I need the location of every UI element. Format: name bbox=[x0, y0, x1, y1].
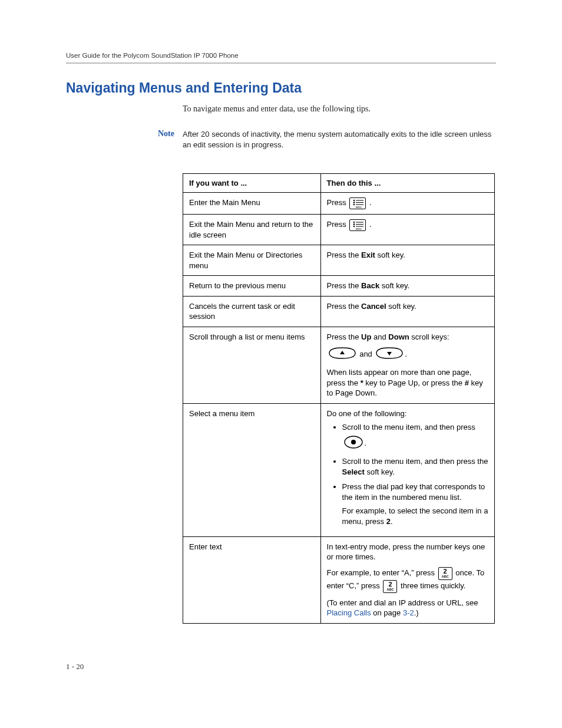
cell-left: Return to the previous menu bbox=[183, 276, 321, 297]
digit-2-key-icon: 2ABC bbox=[438, 567, 452, 580]
cell-right: Press the Back soft key. bbox=[320, 276, 494, 297]
cell-left: Exit the Main Menu and return to the idl… bbox=[183, 215, 321, 245]
up-scroll-key-icon bbox=[328, 347, 356, 363]
cell-right: Press the Up and Down scroll keys: and bbox=[320, 327, 494, 403]
bold-text: Cancel bbox=[361, 302, 386, 311]
digit-2-key-icon: 2ABC bbox=[383, 580, 397, 593]
table-row: Enter text In text-entry mode, press the… bbox=[183, 536, 495, 623]
menu-key-icon: MENU bbox=[349, 219, 366, 231]
text: soft key. bbox=[375, 251, 405, 259]
note-label: Note bbox=[139, 129, 183, 139]
text: key to Page Up, or press the bbox=[363, 378, 465, 387]
bold-text: Exit bbox=[361, 251, 375, 259]
page-ref-link[interactable]: 3-2 bbox=[403, 608, 414, 617]
text: Scroll to the menu item, and then press … bbox=[342, 457, 488, 466]
placing-calls-link[interactable]: Placing Calls bbox=[327, 608, 371, 617]
text: Do one of the following: bbox=[327, 409, 488, 419]
table-row: Cancels the current task or edit session… bbox=[183, 296, 495, 327]
press-label: Press bbox=[327, 199, 346, 207]
text: (To enter and dial an IP address or URL,… bbox=[327, 598, 478, 607]
cell-left: Enter the Main Menu bbox=[183, 193, 321, 215]
bold-text: Down bbox=[388, 332, 409, 341]
text: on page bbox=[371, 608, 403, 617]
table-row: Exit the Main Menu and return to the idl… bbox=[183, 215, 495, 245]
navigation-table: If you want to ... Then do this ... Ente… bbox=[183, 173, 495, 624]
page-number: 1 - 20 bbox=[66, 662, 84, 671]
cell-right: Press MENU . bbox=[320, 193, 494, 215]
text: scroll keys: bbox=[409, 332, 449, 341]
text: For example, to select the second item i… bbox=[342, 506, 488, 526]
svg-marker-15 bbox=[387, 352, 392, 355]
table-row: Enter the Main Menu Press MENU . bbox=[183, 193, 495, 215]
cell-left: Scroll through a list or menu items bbox=[183, 327, 321, 403]
bold-text: Select bbox=[342, 467, 365, 476]
svg-point-9 bbox=[353, 224, 355, 225]
down-scroll-key-icon bbox=[375, 347, 404, 363]
section-title: Navigating Menus and Entering Data bbox=[66, 80, 496, 96]
note-text: After 20 seconds of inactivity, the menu… bbox=[183, 129, 496, 150]
text: . bbox=[391, 517, 393, 526]
text: three times quickly. bbox=[401, 581, 465, 590]
list-item: Press the dial pad key that corresponds … bbox=[342, 482, 488, 526]
cell-left: Cancels the current task or edit session bbox=[183, 296, 321, 327]
text: Press the bbox=[327, 251, 362, 259]
text: Press the dial pad key that corresponds … bbox=[342, 482, 488, 502]
text: and bbox=[359, 350, 374, 358]
cell-right: Press the Exit soft key. bbox=[320, 245, 494, 276]
bold-text: Up bbox=[361, 332, 371, 341]
text: soft key. bbox=[386, 302, 416, 311]
cell-left: Exit the Main Menu or Directories menu bbox=[183, 245, 321, 276]
cell-right: In text-entry mode, press the number key… bbox=[320, 536, 494, 623]
list-item: Scroll to the menu item, and then press … bbox=[342, 422, 488, 452]
text: .) bbox=[414, 608, 419, 617]
svg-point-7 bbox=[353, 222, 355, 223]
svg-marker-14 bbox=[340, 351, 345, 354]
cell-left: Select a menu item bbox=[183, 403, 321, 536]
svg-text:MENU: MENU bbox=[356, 206, 362, 209]
text: Press the bbox=[327, 302, 362, 311]
svg-text:MENU: MENU bbox=[356, 228, 362, 230]
text: For example, to enter “A,” press bbox=[327, 568, 437, 577]
text: and bbox=[371, 332, 388, 341]
cell-left: Enter text bbox=[183, 536, 321, 623]
bullet-list: Scroll to the menu item, and then press … bbox=[327, 422, 488, 526]
text: Press the bbox=[327, 332, 362, 341]
running-header: User Guide for the Polycom SoundStation … bbox=[66, 52, 496, 64]
press-label: Press bbox=[327, 220, 346, 229]
cell-right: Do one of the following: Scroll to the m… bbox=[320, 403, 494, 536]
table-row: Scroll through a list or menu items Pres… bbox=[183, 327, 495, 403]
bold-text: 2 bbox=[386, 517, 391, 526]
note-block: Note After 20 seconds of inactivity, the… bbox=[139, 129, 496, 150]
svg-point-11 bbox=[353, 226, 355, 227]
text: Press the bbox=[327, 281, 362, 290]
svg-point-4 bbox=[353, 204, 355, 205]
list-item: Scroll to the menu item, and then press … bbox=[342, 456, 488, 477]
svg-point-0 bbox=[353, 200, 355, 201]
text: soft key. bbox=[365, 467, 395, 476]
table-header-right: Then do this ... bbox=[320, 174, 494, 193]
table-row: Exit the Main Menu or Directories menu P… bbox=[183, 245, 495, 276]
svg-point-2 bbox=[353, 202, 355, 203]
table-header-left: If you want to ... bbox=[183, 174, 321, 193]
text: soft key. bbox=[379, 281, 409, 290]
cell-right: Press MENU . bbox=[320, 215, 494, 245]
bold-text: # bbox=[465, 378, 469, 387]
menu-key-icon: MENU bbox=[349, 197, 366, 209]
intro-text: To navigate menus and enter data, use th… bbox=[183, 104, 496, 114]
cell-right: Press the Cancel soft key. bbox=[320, 296, 494, 327]
select-key-icon bbox=[343, 435, 363, 452]
table-row: Return to the previous menu Press the Ba… bbox=[183, 276, 495, 297]
text: In text-entry mode, press the number key… bbox=[327, 542, 488, 562]
bold-text: Back bbox=[361, 281, 379, 290]
svg-point-17 bbox=[351, 440, 356, 444]
text: Scroll to the menu item, and then press bbox=[342, 422, 488, 433]
table-row: Select a menu item Do one of the followi… bbox=[183, 403, 495, 536]
